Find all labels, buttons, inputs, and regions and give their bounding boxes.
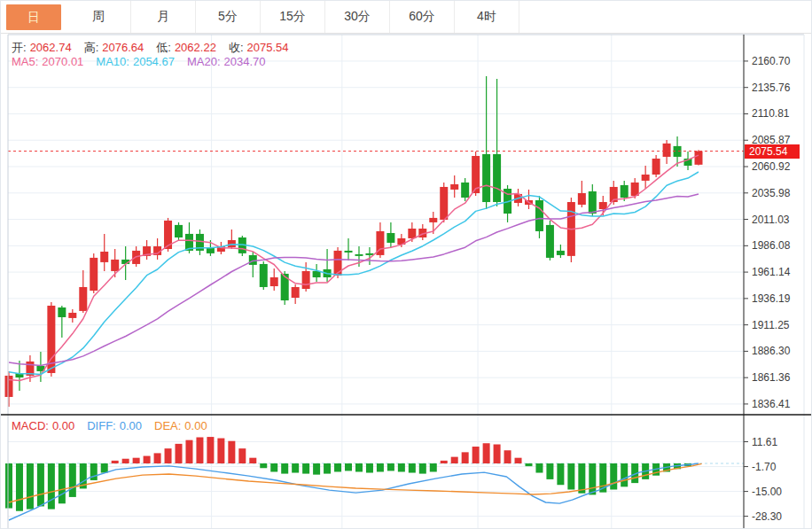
open-value: 2062.74 [30,41,72,54]
tab-15分[interactable]: 15分 [261,1,325,33]
macd-bar [578,463,585,494]
candle-body [663,144,671,157]
macd-bar [27,463,34,510]
candle-body [546,225,554,258]
ma20-value: 2034.70 [224,55,266,68]
tab-30分[interactable]: 30分 [325,1,390,33]
price-axis: 2160.702135.762110.812085.872060.922035.… [744,55,791,523]
candles [5,76,703,407]
macd-bar [621,463,628,486]
macd-bar [377,463,384,471]
macd-bar [292,463,299,473]
macd-bar [176,444,183,463]
candle-body [482,154,490,202]
candle-body [365,253,373,255]
candle-body [386,233,394,243]
chart-borders [1,35,812,529]
axis-tick-label: 2011.03 [752,214,790,226]
axis-tick-label: 1836.41 [752,398,791,410]
tab-60分[interactable]: 60分 [390,1,455,33]
close-label: 收: [229,41,244,54]
axis-tick-label: 2135.76 [752,82,791,94]
candle-body [260,264,268,287]
macd-bar [324,463,331,474]
macd-bar [398,463,405,471]
axis-tick-label: 1911.25 [752,319,790,331]
kline-widget: 2160.702135.762110.812085.872060.922035.… [1,1,812,529]
macd-bar [515,458,522,463]
candle-body [292,287,300,298]
macd-bar [504,450,511,463]
macd-bar [313,463,320,475]
candle-body [313,271,321,277]
candle-body [302,271,310,289]
macd-bar [451,457,458,463]
macd-readout: MACD:0.00DIFF:0.00DEA:0.00 [12,419,211,432]
macd-bar [366,463,373,473]
tab-日[interactable]: 日 [6,4,61,30]
axis-tick-label: -1.70 [752,461,777,473]
axis-tick-label: 2110.81 [752,107,790,120]
macd-bar [610,463,617,489]
macd-bar [133,458,140,463]
candle-body [90,258,98,291]
tab-5分[interactable]: 5分 [196,1,261,33]
dea-label: DEA: [154,419,181,432]
macd-bar [567,463,574,489]
macd-bar [101,463,108,473]
macd-bar [409,463,416,473]
high-value: 2076.64 [102,41,144,54]
macd-bar [238,448,246,463]
candle-body [652,159,660,175]
tab-月[interactable]: 月 [131,1,196,33]
macd-bar [59,463,66,503]
ma5-label: MA5: [12,55,38,68]
ma20-label: MA20: [187,55,221,68]
candle-body [355,254,363,256]
candle-body [111,260,119,271]
axis-tick-label: 11.61 [752,436,777,448]
candle-body [440,187,448,220]
macd-bar [462,452,469,463]
candle-body [68,313,76,318]
macd-bar [302,463,309,474]
macd-bar [546,463,553,479]
macd-bar [355,463,363,471]
macd-bar [144,456,151,463]
macd-bar [37,463,44,506]
close-value: 2075.54 [247,41,289,54]
candle-body [493,154,501,202]
macd-bar [472,447,480,463]
macd-bar [345,463,352,471]
candle-body [621,185,629,198]
dea-value: 0.00 [184,419,207,432]
macd-bar [270,463,277,471]
candle-body [578,193,586,205]
axis-tick-label: -15.00 [752,486,782,498]
candle-body [270,277,278,286]
candle-body [589,191,597,214]
macd-bar [441,461,448,463]
tab-周[interactable]: 周 [66,1,131,33]
candle-body [58,307,66,317]
macd-bar [494,445,501,463]
macd-bar [165,448,172,463]
axis-tick-label: 1936.19 [752,292,791,305]
candle-body [599,202,607,209]
candle-body [100,252,108,262]
kline-chart-canvas[interactable]: 2160.702135.762110.812085.872060.922035.… [1,1,812,529]
ma20-line [9,194,699,366]
ma10-label: MA10: [96,55,129,68]
candle-body [79,287,87,311]
macd-bar [260,463,267,468]
candle-body [450,184,458,190]
high-label: 高: [84,41,99,54]
macd-bar [228,441,235,463]
axis-tick-label: 1986.08 [752,239,791,252]
macd-value: 0.00 [52,419,74,432]
macd-bar [419,463,426,474]
open-label: 开: [12,41,27,54]
low-label: 低: [156,41,171,54]
tab-4时[interactable]: 4时 [455,1,519,33]
ma-readout: MA5:2070.01MA10:2054.67MA20:2034.70 [12,55,269,68]
